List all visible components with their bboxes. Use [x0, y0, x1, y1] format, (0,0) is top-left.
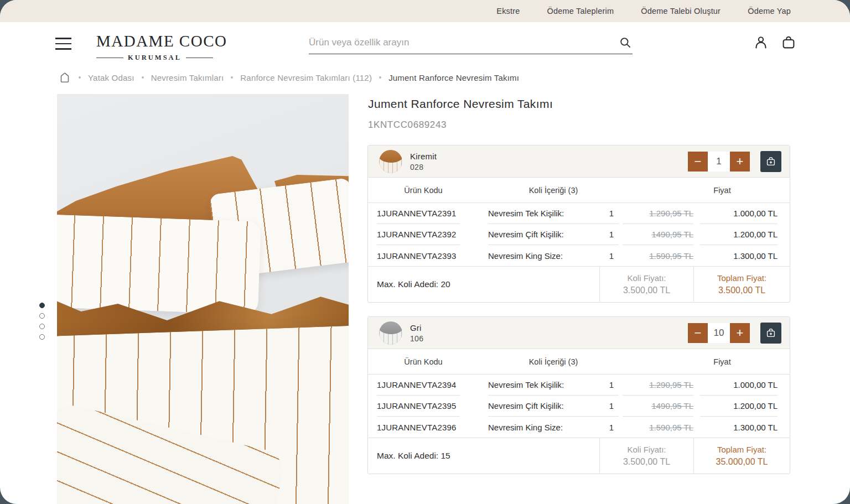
cell-product-code: 1JURANNEVTA2391 [377, 203, 460, 224]
koli-price-label: Koli Fiyatı: [627, 445, 666, 454]
cell-price: 1.200,00 TL [700, 396, 778, 417]
cell-old-price: 1.290,95 TL [623, 203, 693, 224]
photo-striped-pillow-left [57, 214, 261, 315]
total-price-label: Toplam Fiyat: [717, 273, 766, 283]
search-bar [309, 31, 633, 54]
breadcrumb-separator [231, 76, 233, 79]
variant-color-code: 028 [410, 163, 437, 172]
cell-count: 1 [604, 396, 619, 417]
quantity-decrease-button[interactable]: − [688, 323, 708, 343]
cell-product-code: 1JURANNEVTA2393 [377, 245, 460, 266]
topbar-link-odeme-taleplerim[interactable]: Ödeme Taleplerim [547, 7, 614, 15]
column-header-fiyat: Fiyat [667, 349, 778, 374]
table-header-row: Ürün Kodu Koli İçeriği (3) Fiyat [368, 178, 790, 203]
cell-size-label: Nevresim Tek Kişilik: [488, 203, 604, 224]
cell-price: 1.000,00 TL [700, 203, 778, 224]
search-icon[interactable] [618, 35, 633, 50]
cell-price: 1.200,00 TL [700, 224, 778, 245]
variant-card-kiremit: Kiremit 028 − + Ürün Kodu Koli İçeriği (… [367, 145, 790, 303]
cell-count: 1 [604, 245, 619, 266]
add-to-cart-button[interactable] [760, 323, 781, 344]
total-price-block: Toplam Fiyat: 3.500,00 TL [693, 267, 790, 302]
breadcrumb-item-yatak-odasi[interactable]: Yatak Odası [88, 73, 134, 82]
brand-title: MADAME COCO [96, 32, 213, 50]
quantity-input[interactable] [708, 152, 730, 172]
table-row: 1JURANNEVTA2393 Nevresim King Size: 1 1.… [368, 245, 790, 266]
breadcrumb-separator [79, 76, 81, 79]
topbar-link-ekstre[interactable]: Ekstre [496, 7, 520, 15]
quantity-increase-button[interactable]: + [730, 323, 750, 343]
koli-price-label: Koli Fiyatı: [627, 273, 666, 283]
cell-product-code: 1JURANNEVTA2394 [377, 375, 460, 396]
quantity-input[interactable] [708, 323, 730, 343]
cell-size-label: Nevresim Çift Kişilik: [488, 224, 604, 245]
home-icon[interactable] [58, 71, 71, 84]
brand-subtitle: KURUMSAL [128, 54, 182, 62]
cell-count: 1 [604, 375, 619, 396]
variant-header: Gri 106 − + [368, 317, 790, 349]
brand-subtitle-row: KURUMSAL [96, 54, 213, 62]
cell-old-price: 1490,95 TL [623, 224, 693, 245]
table-row: 1JURANNEVTA2395 Nevresim Çift Kişilik: 1… [368, 396, 790, 417]
account-icon[interactable] [753, 34, 769, 51]
app-window: Ekstre Ödeme Taleplerim Ödeme Talebi Olu… [0, 0, 850, 504]
cell-size-label: Nevresim Çift Kişilik: [488, 396, 604, 417]
column-header-urun-kodu: Ürün Kodu [368, 178, 479, 202]
variant-name: Kiremit [410, 152, 437, 161]
breadcrumb-item-current: Jument Ranforce Nevresim Takımı [388, 73, 519, 82]
cell-old-price: 1.590,95 TL [623, 245, 693, 266]
koli-price-block: Koli Fiyatı: 3.500,00 TL [599, 438, 693, 473]
search-input[interactable] [309, 37, 618, 48]
variant-thumbnail[interactable] [379, 321, 402, 345]
total-price-block: Toplam Fiyat: 35.000,00 TL [693, 438, 790, 473]
breadcrumb-item-ranforce[interactable]: Ranforce Nevresim Takımları (112) [240, 73, 372, 82]
column-header-urun-kodu: Ürün Kodu [368, 349, 479, 374]
cell-size-label: Nevresim King Size: [488, 245, 604, 266]
product-code: 1KNTCC0689243 [368, 119, 447, 131]
quantity-stepper: − + [688, 323, 750, 343]
cell-count: 1 [604, 417, 619, 438]
cell-size-label: Nevresim King Size: [488, 417, 604, 438]
max-koli-label: Max. Koli Adedi: 15 [377, 438, 450, 473]
variant-thumbnail[interactable] [379, 150, 402, 173]
cell-price: 1.300,00 TL [700, 245, 778, 266]
quantity-stepper: − + [688, 152, 750, 172]
cell-old-price: 1.290,95 TL [623, 375, 693, 396]
cell-size-label: Nevresim Tek Kişilik: [488, 375, 604, 396]
cell-product-code: 1JURANNEVTA2395 [377, 396, 460, 417]
breadcrumb: Yatak Odası Nevresim Takımları Ranforce … [58, 71, 519, 84]
gallery-dot-1[interactable] [39, 303, 45, 308]
cart-icon[interactable] [780, 34, 797, 51]
cell-price: 1.000,00 TL [700, 375, 778, 396]
gallery-dot-4[interactable] [39, 334, 45, 340]
topbar-link-odeme-yap[interactable]: Ödeme Yap [748, 7, 791, 15]
koli-price-value: 3.500,00 TL [623, 285, 670, 295]
gallery-dot-2[interactable] [39, 313, 45, 319]
product-image[interactable] [57, 94, 349, 504]
add-to-cart-button[interactable] [760, 151, 781, 172]
menu-icon[interactable] [55, 38, 71, 50]
table-header-row: Ürün Kodu Koli İçeriği (3) Fiyat [368, 349, 790, 375]
cell-count: 1 [604, 203, 619, 224]
variant-name: Gri [410, 323, 423, 332]
variant-color-code: 106 [410, 334, 423, 343]
page-title: Jument Ranforce Nevresim Takımı [368, 97, 553, 111]
breadcrumb-separator [142, 76, 144, 79]
quantity-decrease-button[interactable]: − [688, 152, 708, 172]
breadcrumb-item-nevresim-takimlari[interactable]: Nevresim Takımları [151, 73, 224, 82]
variant-footer: Max. Koli Adedi: 15 Koli Fiyatı: 3.500,0… [368, 438, 790, 473]
column-header-fiyat: Fiyat [667, 178, 778, 202]
quantity-increase-button[interactable]: + [730, 152, 750, 172]
brand-logo[interactable]: MADAME COCO KURUMSAL [96, 32, 213, 62]
variant-footer: Max. Koli Adedi: 20 Koli Fiyatı: 3.500,0… [368, 266, 790, 302]
bag-plus-icon [765, 327, 777, 339]
koli-price-block: Koli Fiyatı: 3.500,00 TL [599, 267, 693, 302]
column-header-koli-icerigi: Koli İçeriği (3) [479, 178, 628, 202]
cell-count: 1 [604, 224, 619, 245]
cell-old-price: 1490,95 TL [623, 396, 693, 417]
gallery-dot-3[interactable] [39, 324, 45, 329]
max-koli-label: Max. Koli Adedi: 20 [377, 267, 450, 302]
total-price-label: Toplam Fiyat: [717, 445, 766, 454]
topbar-link-odeme-talebi-olustur[interactable]: Ödeme Talebi Oluştur [641, 7, 721, 15]
variant-names: Gri 106 [410, 323, 423, 343]
